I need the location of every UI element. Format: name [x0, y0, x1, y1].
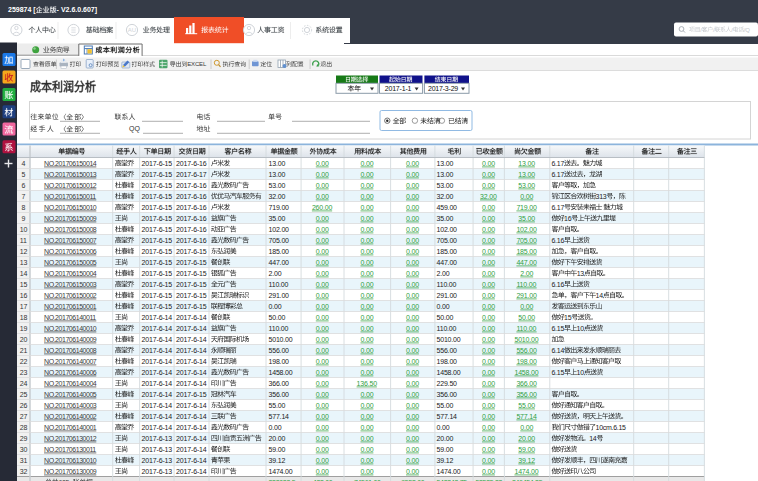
svg-text:1474.00: 1474.00	[514, 468, 538, 475]
svg-text:0.00: 0.00	[482, 204, 495, 211]
svg-text:35.00: 35.00	[437, 215, 454, 222]
svg-text:10: 10	[577, 369, 585, 376]
svg-text:110.00: 110.00	[437, 325, 457, 332]
svg-text:0.00: 0.00	[406, 204, 419, 211]
svg-text:0.00: 0.00	[406, 171, 419, 178]
svg-text:2017-6-14: 2017-6-14	[176, 314, 207, 321]
svg-text:2017-6-14: 2017-6-14	[142, 336, 173, 343]
svg-text:447.00: 447.00	[437, 259, 458, 266]
svg-text:313: 313	[596, 193, 607, 200]
svg-text:0.00: 0.00	[361, 446, 374, 453]
svg-text:NO.201706140002: NO.201706140002	[44, 413, 97, 420]
svg-text:28: 28	[20, 424, 28, 431]
svg-text:AU: AU	[128, 27, 136, 33]
svg-text:0.00: 0.00	[361, 424, 374, 431]
svg-text:0.00: 0.00	[482, 182, 495, 189]
svg-text:198.00: 198.00	[437, 358, 458, 365]
svg-text:NO.201706150012: NO.201706150012	[44, 182, 97, 189]
svg-text:8: 8	[22, 204, 26, 211]
svg-text:9: 9	[22, 215, 26, 222]
svg-text:1458.00: 1458.00	[269, 369, 293, 376]
svg-text:0.00: 0.00	[361, 435, 374, 442]
svg-text:0.00: 0.00	[406, 358, 419, 365]
svg-text:110.00: 110.00	[269, 325, 289, 332]
svg-text:16: 16	[20, 292, 28, 299]
svg-text:0.00: 0.00	[437, 424, 450, 431]
svg-text:32.00: 32.00	[480, 193, 497, 200]
svg-text:2017-6-15: 2017-6-15	[142, 292, 173, 299]
svg-text:447.00: 447.00	[516, 259, 537, 266]
svg-text:0.00: 0.00	[482, 171, 495, 178]
svg-text:0.00: 0.00	[316, 292, 329, 299]
svg-text:2017-6-15: 2017-6-15	[176, 292, 207, 299]
svg-text:0.00: 0.00	[482, 468, 495, 475]
svg-text:2017-6-15: 2017-6-15	[142, 193, 173, 200]
svg-text:0.00: 0.00	[361, 314, 374, 321]
svg-text:NO.201706140001: NO.201706140001	[44, 424, 97, 431]
svg-text:110.00: 110.00	[516, 325, 536, 332]
svg-text:NO.201706150005: NO.201706150005	[44, 259, 97, 266]
svg-text:556.00: 556.00	[269, 347, 290, 354]
svg-text:0.00: 0.00	[406, 424, 419, 431]
svg-text:27: 27	[20, 413, 28, 420]
svg-text:110.00: 110.00	[516, 281, 536, 288]
svg-text:0.00: 0.00	[406, 468, 419, 475]
svg-text:- V2.6.0.607]: - V2.6.0.607]	[57, 6, 97, 14]
svg-text:0.00: 0.00	[361, 160, 374, 167]
svg-text:366.00: 366.00	[269, 380, 290, 387]
svg-text:2017-6-15: 2017-6-15	[176, 270, 207, 277]
svg-text:26: 26	[20, 402, 28, 409]
svg-text:2017-6-14: 2017-6-14	[142, 347, 173, 354]
svg-text:10: 10	[20, 226, 28, 233]
svg-text:2017-6-15: 2017-6-15	[142, 259, 173, 266]
svg-text:30: 30	[20, 446, 28, 453]
svg-text:NO.201706130012: NO.201706130012	[44, 435, 97, 442]
svg-text:13.00: 13.00	[518, 171, 535, 178]
svg-text:0.00: 0.00	[482, 259, 495, 266]
svg-text:0.00: 0.00	[361, 325, 374, 332]
svg-text:0.00: 0.00	[316, 468, 329, 475]
svg-text:0.00: 0.00	[361, 215, 374, 222]
svg-text:50.00: 50.00	[269, 314, 286, 321]
svg-text:2017-6-15: 2017-6-15	[142, 215, 173, 222]
svg-text:0.00: 0.00	[406, 160, 419, 167]
svg-text:39.12: 39.12	[518, 457, 535, 464]
svg-text:19: 19	[20, 325, 28, 332]
svg-text:556.00: 556.00	[516, 347, 537, 354]
svg-text:0.00: 0.00	[406, 281, 419, 288]
svg-text:5010.00: 5010.00	[514, 336, 538, 343]
svg-text:2017-6-13: 2017-6-13	[142, 468, 173, 475]
svg-text:0.00: 0.00	[406, 248, 419, 255]
svg-text:0.00: 0.00	[269, 303, 282, 310]
svg-text:0.00: 0.00	[482, 391, 495, 398]
svg-text:2.00: 2.00	[437, 270, 450, 277]
svg-text:11: 11	[20, 237, 27, 244]
svg-text:2017-6-15: 2017-6-15	[142, 171, 173, 178]
svg-text:2017-6-14: 2017-6-14	[142, 424, 173, 431]
svg-text:20.00: 20.00	[518, 435, 535, 442]
svg-text:NO.201706140010: NO.201706140010	[44, 325, 97, 332]
svg-text:55.00: 55.00	[518, 402, 535, 409]
svg-text:0.00: 0.00	[482, 369, 495, 376]
svg-text:13.00: 13.00	[437, 171, 454, 178]
svg-text:0.00: 0.00	[406, 270, 419, 277]
svg-text:0.00: 0.00	[361, 358, 374, 365]
svg-text:356.00: 356.00	[516, 391, 537, 398]
svg-text:577.14: 577.14	[516, 413, 537, 420]
svg-text:NO.201706140003: NO.201706140003	[44, 402, 97, 409]
svg-text:QQ: QQ	[129, 125, 140, 133]
svg-text:2.00: 2.00	[520, 270, 533, 277]
svg-text:0.00: 0.00	[482, 424, 495, 431]
svg-text:32.00: 32.00	[437, 193, 454, 200]
svg-text:0.00: 0.00	[316, 281, 329, 288]
svg-text:2017-6-15: 2017-6-15	[142, 237, 173, 244]
svg-text:55.00: 55.00	[437, 402, 454, 409]
svg-text:25: 25	[20, 391, 28, 398]
svg-text:0.00: 0.00	[361, 182, 374, 189]
svg-text:31: 31	[20, 457, 28, 464]
svg-text:NO.201706140006: NO.201706140006	[44, 369, 97, 376]
svg-text:NO.201706150002: NO.201706150002	[44, 292, 97, 299]
svg-text:185.00: 185.00	[516, 248, 537, 255]
svg-text:0.00: 0.00	[361, 226, 374, 233]
svg-text:0.00: 0.00	[316, 369, 329, 376]
